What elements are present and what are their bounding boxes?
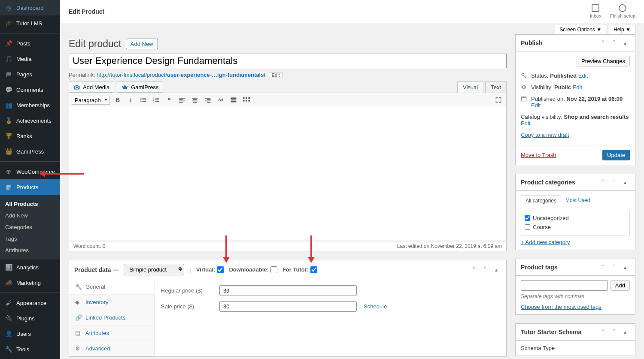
menu-item-plugins[interactable]: 🔌Plugins [0,311,60,326]
for-tutor-checkbox[interactable] [310,266,317,273]
permalink-link[interactable]: http://tutor-lms.local/product/user-expe… [97,72,265,78]
menu-item-woocommerce[interactable]: ⊕WooCommerce [0,164,60,179]
tag-input[interactable] [521,280,608,291]
membership-icon: 👥 [4,101,13,109]
attributes-tab[interactable]: ▤Attributes [69,326,155,341]
edit-date-link[interactable]: Edit [531,102,541,109]
menu-item-analytics[interactable]: 📊Analytics [0,259,60,275]
move-down-button[interactable]: ˅ [480,265,490,275]
italic-button[interactable]: I [125,95,136,105]
inbox-button[interactable]: Inbox [590,4,601,18]
downloadable-option[interactable]: Downloadable: [229,266,277,273]
bullet-list-button[interactable] [138,95,149,105]
copy-draft-link[interactable]: Copy to a new draft [521,132,569,138]
toggle-button[interactable]: ▴ [620,262,630,272]
move-up-button[interactable]: ˄ [598,262,608,272]
submenu-item-all-products[interactable]: All Products [0,198,60,210]
all-categories-tab[interactable]: All categories [521,195,561,206]
help-button[interactable]: Help ▼ [609,25,635,34]
menu-item-tools[interactable]: 🔧Tools [0,341,60,357]
toggle-button[interactable]: ▴ [620,327,630,337]
advanced-tab[interactable]: ⚙Advanced [69,341,155,356]
menu-item-gamipress[interactable]: 👑GamiPress [0,144,60,159]
format-select[interactable]: Paragraph [72,96,110,105]
align-right-button[interactable] [203,95,213,105]
move-down-button[interactable]: ˅ [609,262,619,272]
menu-item-products[interactable]: ▦Products [0,179,60,195]
linked-products-tab[interactable]: 🔗Linked Products [69,310,155,326]
update-button[interactable]: Update [602,150,630,160]
add-new-button[interactable]: Add New [126,39,158,49]
align-center-button[interactable] [190,95,200,105]
svg-rect-27 [231,101,237,103]
menu-item-appearance[interactable]: 🖌Appearance [0,295,60,311]
fullscreen-button[interactable] [493,95,504,105]
screen-options-button[interactable]: Screen Options ▼ [555,25,606,34]
category-checkbox[interactable] [525,215,530,221]
menu-item-pages[interactable]: ▤Pages [0,66,60,82]
virtual-option[interactable]: Virtual: [196,266,224,273]
move-up-button[interactable]: ˄ [598,178,608,187]
visual-tab[interactable]: Visual [457,81,483,93]
edit-catalog-link[interactable]: Edit [521,120,530,127]
permalink-edit-button[interactable]: Edit [269,72,283,78]
menu-item-ranks[interactable]: 🏆Ranks [0,128,60,144]
readmore-button[interactable] [228,95,239,105]
finish-setup-button[interactable]: Finish setup [610,4,635,18]
toggle-button[interactable]: ▴ [620,38,630,48]
text-tab[interactable]: Text [485,81,507,93]
move-down-button[interactable]: ˅ [609,38,619,48]
submenu-item-attributes[interactable]: Attributes [0,244,60,256]
numbered-list-button[interactable]: 123 [151,95,161,105]
move-up-button[interactable]: ˄ [598,38,608,48]
downloadable-checkbox[interactable] [270,266,277,273]
product-type-select[interactable]: Simple product [124,264,184,275]
category-item[interactable]: Course [525,223,626,232]
align-left-button[interactable] [177,95,187,105]
for-tutor-option[interactable]: For Tutor: [283,266,317,273]
quote-button[interactable]: ❝ [164,95,174,105]
menu-item-memberships[interactable]: 👥Memberships [0,97,60,113]
product-title-input[interactable] [69,54,507,68]
submenu-item-tags[interactable]: Tags [0,233,60,244]
move-down-button[interactable]: ˅ [609,327,619,337]
move-up-button[interactable]: ˄ [598,327,608,337]
inventory-tab[interactable]: ◆Inventory [69,295,155,310]
regular-price-input[interactable] [219,285,357,296]
category-item[interactable]: Uncategorized [525,214,626,223]
choose-tags-link[interactable]: Choose from the most used tags [521,304,601,310]
content-editor[interactable] [69,107,507,241]
move-up-button[interactable]: ˅ [469,265,479,275]
gamipress-button[interactable]: GamiPress [117,81,163,93]
sale-price-input[interactable] [219,301,357,312]
toggle-button[interactable]: ▴ [620,178,630,187]
edit-visibility-link[interactable]: Edit [573,84,582,91]
menu-item-settings[interactable]: ⚙Settings [0,357,60,359]
general-tab[interactable]: 🔧General [69,279,155,295]
menu-item-users[interactable]: 👤Users [0,326,60,341]
menu-item-posts[interactable]: 📌Posts [0,36,60,51]
menu-item-media[interactable]: 🎵Media [0,51,60,66]
move-down-button[interactable]: ˅ [609,178,619,187]
bold-button[interactable]: B [112,95,123,105]
add-media-button[interactable]: Add Media [69,81,114,93]
add-tag-button[interactable]: Add [611,280,630,291]
preview-changes-button[interactable]: Preview Changes [577,56,630,66]
category-checkbox[interactable] [525,224,530,230]
move-to-trash-link[interactable]: Move to Trash [521,152,556,158]
add-category-link[interactable]: + Add new category [521,239,570,245]
most-used-tab[interactable]: Most Used [561,195,594,206]
menu-item-dashboard[interactable]: ◷Dashboard [0,0,60,15]
toggle-button[interactable]: ▴ [492,265,501,275]
menu-item-achievements[interactable]: 🏅Achievements [0,113,60,128]
edit-status-link[interactable]: Edit [578,72,588,79]
link-button[interactable] [216,95,226,105]
schedule-link[interactable]: Schedule [364,303,387,310]
submenu-item-categories[interactable]: Categories [0,221,60,233]
menu-item-comments[interactable]: 💬Comments [0,82,60,97]
submenu-item-add-new[interactable]: Add New [0,210,60,221]
toolbar-toggle-button[interactable] [241,95,252,105]
menu-item-tutor-lms[interactable]: 🎓Tutor LMS [0,15,60,31]
menu-item-marketing[interactable]: 📣Marketing [0,275,60,290]
virtual-checkbox[interactable] [217,266,224,273]
